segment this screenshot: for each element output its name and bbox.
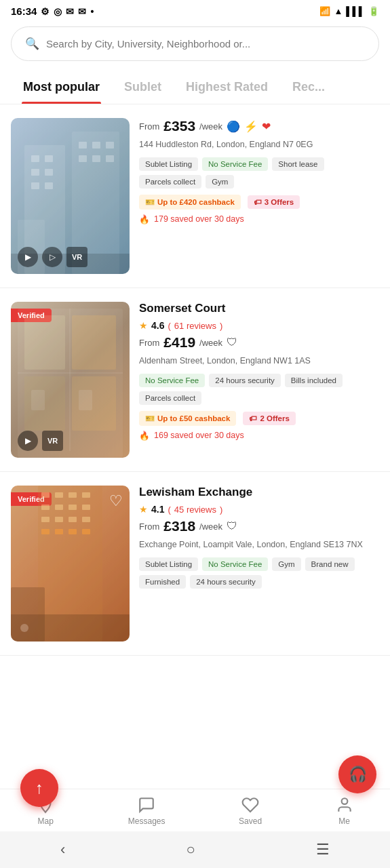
svg-rect-38 xyxy=(41,529,50,534)
tab-recommended[interactable]: Rec... xyxy=(280,71,337,104)
price-from: From xyxy=(139,521,159,532)
tag-brand-new: Brand new xyxy=(305,557,355,571)
person-icon xyxy=(336,796,353,814)
settings-icon: ⚙ xyxy=(41,6,50,17)
image-controls: ▶ ▷ VR xyxy=(18,247,87,267)
tag-parcels: Parcels collect xyxy=(139,391,201,405)
back-button[interactable]: ‹ xyxy=(60,841,65,859)
svg-rect-2 xyxy=(31,155,39,162)
tag-gym: Gym xyxy=(272,557,300,571)
tag-short-lease: Short lease xyxy=(272,157,324,171)
location-icon: ◎ xyxy=(54,6,62,17)
tag-24h-security: 24 hours security xyxy=(190,575,262,589)
shield-icon: 🛡 xyxy=(227,336,237,349)
listing-info: Somerset Court ★ 4.6 (61 reviews) From £… xyxy=(139,302,379,458)
rating-close: ) xyxy=(220,321,222,331)
svg-rect-3 xyxy=(45,155,53,162)
offer-icon: 🏷 xyxy=(249,414,257,422)
support-fab[interactable]: 🎧 xyxy=(338,755,376,793)
price-period: /week xyxy=(199,121,222,132)
tab-most-popular[interactable]: Most popular xyxy=(11,71,112,104)
dot-icon: • xyxy=(90,6,94,17)
svg-rect-18 xyxy=(72,315,116,370)
tab-highest-rated-label: Highest Rated xyxy=(186,80,268,94)
saved-text: 169 saved over 30 days xyxy=(154,431,244,440)
svg-rect-41 xyxy=(82,529,90,534)
heart-filled-icon: ❤ xyxy=(262,120,271,133)
listing-image: Verified ♡ xyxy=(11,486,130,642)
cashback-badge: 🎫 Up to £420 cashback xyxy=(139,195,241,210)
listing-card[interactable]: Verified ▶ VR Somerset Court ★ 4.6 xyxy=(0,288,390,472)
tab-most-popular-label: Most popular xyxy=(23,80,100,94)
search-bar-container: 🔍 xyxy=(0,20,390,71)
tabs-container: Most popular Sublet Highest Rated Rec... xyxy=(0,71,390,104)
price-period: /week xyxy=(199,521,222,532)
review-count: 45 reviews xyxy=(174,505,216,515)
fire-icon: 🔥 xyxy=(139,214,150,224)
scroll-up-fab[interactable]: ↑ xyxy=(20,769,58,807)
network-icon: ▌▌▌ xyxy=(346,6,365,16)
play-btn[interactable]: ▶ xyxy=(18,431,38,451)
search-bar[interactable]: 🔍 xyxy=(11,26,379,61)
vr-btn[interactable]: VR xyxy=(66,247,87,267)
recents-button[interactable]: ☰ xyxy=(316,841,330,859)
tab-sublet[interactable]: Sublet xyxy=(112,71,174,104)
svg-point-46 xyxy=(341,798,347,804)
svg-rect-6 xyxy=(31,182,39,189)
address: Aldenham Street, London, England NW1 1AS xyxy=(139,355,379,368)
svg-rect-27 xyxy=(55,492,63,498)
mail-icon: ✉ xyxy=(66,6,74,17)
home-button[interactable]: ○ xyxy=(187,841,195,859)
address: Exchange Point, Loampit Vale, London, En… xyxy=(139,539,379,551)
address: 144 Huddleston Rd, London, England N7 0E… xyxy=(139,139,379,151)
wifi-icon: ▲ xyxy=(334,6,343,16)
offer-row: 🎫 Up to £420 cashback 🏷 3 Offers xyxy=(139,195,379,210)
play2-btn[interactable]: ▷ xyxy=(42,247,62,267)
svg-rect-29 xyxy=(82,492,90,498)
rating-score: 4.1 xyxy=(151,504,164,515)
vr-btn[interactable]: VR xyxy=(42,431,63,451)
tag-no-service-fee: No Service Fee xyxy=(202,157,268,171)
nav-item-me[interactable]: Me xyxy=(336,796,353,826)
nav-item-messages[interactable]: Messages xyxy=(128,796,165,826)
svg-rect-4 xyxy=(31,169,39,176)
message-icon xyxy=(138,796,155,814)
search-input[interactable] xyxy=(46,38,365,50)
offer-badge: 🏷 2 Offers xyxy=(243,412,295,425)
offer-badge: 🏷 3 Offers xyxy=(248,195,300,209)
price-row: From £353 /week 🔵 ⚡ ❤ xyxy=(139,118,379,134)
svg-rect-11 xyxy=(79,155,87,162)
tag-bills: Bills included xyxy=(285,374,343,387)
time: 16:34 xyxy=(11,5,37,17)
nav-me-label: Me xyxy=(338,816,350,826)
star-icon: ★ xyxy=(139,320,148,331)
review-count: 61 reviews xyxy=(174,321,216,331)
listing-card[interactable]: ▶ ▷ VR From £353 /week 🔵 ⚡ ❤ 144 Huddles… xyxy=(0,104,390,288)
svg-rect-35 xyxy=(55,517,63,522)
rating-row: ★ 4.6 (61 reviews) xyxy=(139,320,379,331)
image-controls: ▶ VR xyxy=(18,431,63,451)
svg-rect-17 xyxy=(24,315,65,370)
bottom-nav: Map Messages Saved Me xyxy=(0,789,390,835)
svg-rect-5 xyxy=(45,169,53,176)
svg-rect-40 xyxy=(69,529,77,534)
tab-sublet-label: Sublet xyxy=(124,80,161,94)
flash-icon: ⚡ xyxy=(244,120,258,133)
price-amount: £419 xyxy=(163,334,195,351)
nav-saved-label: Saved xyxy=(239,816,262,826)
svg-rect-34 xyxy=(41,517,50,522)
status-right: 📶 ▲ ▌▌▌ 🔋 xyxy=(319,6,379,16)
tag-furnished: Furnished xyxy=(139,575,186,589)
cashback-text: Up to £420 cashback xyxy=(157,198,235,206)
svg-rect-26 xyxy=(41,492,50,498)
nav-item-saved[interactable]: Saved xyxy=(239,796,262,826)
listing-title: Somerset Court xyxy=(139,302,379,315)
svg-rect-32 xyxy=(69,505,77,510)
svg-rect-28 xyxy=(69,492,77,498)
offer-text: 3 Offers xyxy=(265,198,294,206)
offer-row: 🎫 Up to £50 cashback 🏷 2 Offers xyxy=(139,411,379,426)
cashback-icon: 🎫 xyxy=(145,197,155,207)
play-btn[interactable]: ▶ xyxy=(18,247,38,267)
tab-highest-rated[interactable]: Highest Rated xyxy=(174,71,280,104)
listing-card[interactable]: Verified ♡ xyxy=(0,472,390,656)
